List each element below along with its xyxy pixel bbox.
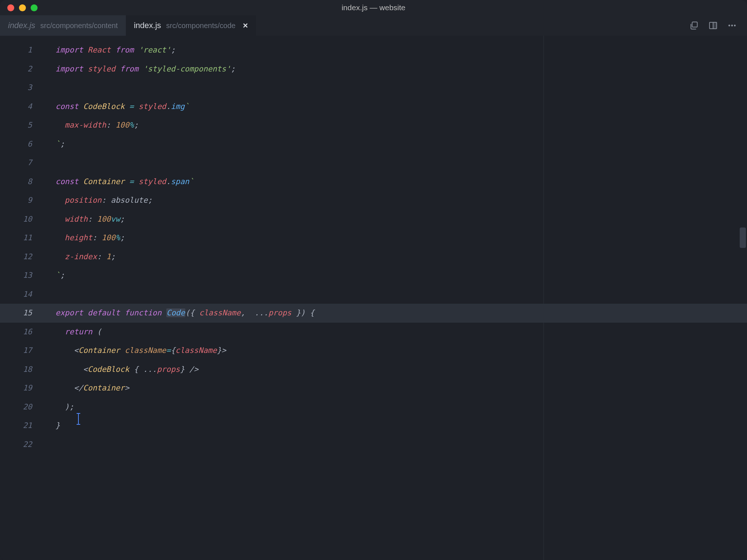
line-number: 3 [0,78,44,97]
code-line[interactable]: max-width: 100%; [55,116,747,135]
svg-point-4 [728,25,730,27]
tab-bar: index.js src/components/content index.js… [0,15,747,36]
line-number: 12 [0,248,44,267]
code-line[interactable]: const CodeBlock = styled.img` [55,97,747,116]
code-line[interactable]: } [55,416,747,435]
line-number: 17 [0,341,44,360]
code-line[interactable] [55,285,747,304]
titlebar: index.js — website [0,0,747,15]
svg-point-6 [734,25,736,27]
line-number: 4 [0,97,44,116]
code-line[interactable]: `; [55,135,747,154]
code-line[interactable]: return ( [55,323,747,342]
code-line[interactable] [55,153,747,172]
code-line[interactable]: export default function Code({ className… [55,304,747,323]
line-number: 10 [0,210,44,229]
window-minimize-button[interactable] [19,4,26,11]
code-line[interactable]: <CodeBlock { ...props} /> [55,360,747,379]
code-line[interactable]: z-index: 1; [55,248,747,267]
line-number: 7 [0,153,44,172]
code-line[interactable]: width: 100vw; [55,210,747,229]
svg-point-5 [731,25,733,27]
tab-code-index[interactable]: index.js src/components/code × [126,15,256,36]
split-editor-icon[interactable] [708,21,718,30]
window-zoom-button[interactable] [31,4,38,11]
svg-rect-0 [692,22,697,27]
window-title: index.js — website [0,3,747,12]
line-number: 16 [0,323,44,342]
open-changes-icon[interactable] [689,21,699,30]
line-number: 8 [0,172,44,191]
line-number: 2 [0,60,44,79]
editor-area[interactable]: 12345678910111213141516171819202122 impo… [0,36,747,560]
code-line[interactable]: position: absolute; [55,191,747,210]
line-number: 19 [0,379,44,398]
line-number: 22 [0,435,44,454]
line-number: 1 [0,41,44,60]
line-number: 11 [0,229,44,248]
code-line[interactable] [55,435,747,454]
line-number: 20 [0,398,44,417]
editor-actions [689,15,747,36]
tab-path: src/components/content [40,22,118,30]
line-number-gutter: 12345678910111213141516171819202122 [0,36,44,560]
tab-path: src/components/code [166,22,236,30]
code-line[interactable]: </Container> [55,379,747,398]
tab-name: index.js [134,21,161,30]
code-line[interactable]: ); [55,398,747,417]
line-number: 9 [0,191,44,210]
code-line[interactable]: <Container className={className}> [55,341,747,360]
svg-rect-3 [713,22,717,28]
tab-content-index[interactable]: index.js src/components/content [0,15,126,36]
code-line[interactable]: const Container = styled.span` [55,172,747,191]
line-number: 13 [0,266,44,285]
line-number: 5 [0,116,44,135]
line-number: 14 [0,285,44,304]
editor-window: index.js — website index.js src/componen… [0,0,747,560]
code-line[interactable]: import React from 'react'; [55,41,747,60]
line-number: 15 [0,304,44,323]
code-line[interactable]: height: 100%; [55,229,747,248]
tab-close-icon[interactable]: × [243,20,248,31]
more-actions-icon[interactable] [727,21,737,30]
traffic-lights [0,4,38,11]
line-number: 21 [0,416,44,435]
tab-name: index.js [8,21,35,30]
code-line[interactable]: import styled from 'styled-components'; [55,60,747,79]
window-close-button[interactable] [7,4,14,11]
code-line[interactable] [55,78,747,97]
code-line[interactable]: `; [55,266,747,285]
line-number: 18 [0,360,44,379]
code-content[interactable]: import React from 'react';import styled … [44,36,747,560]
line-number: 6 [0,135,44,154]
